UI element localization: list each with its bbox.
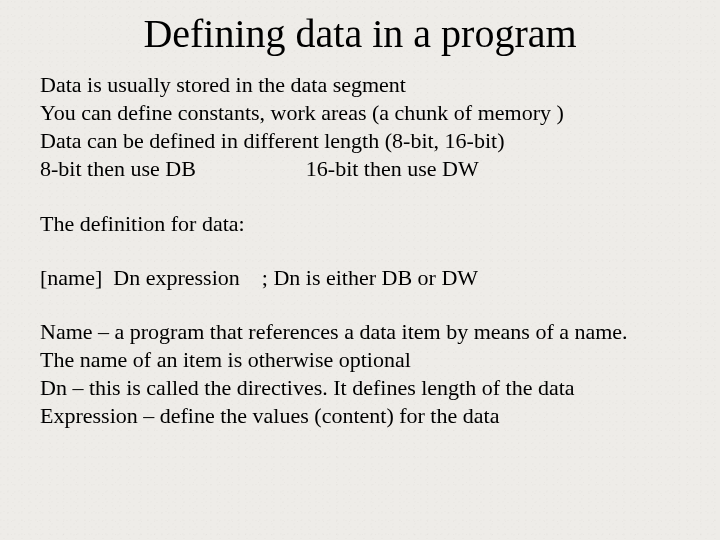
explanation-line: The name of an item is otherwise optiona… bbox=[40, 346, 680, 374]
slide-title: Defining data in a program bbox=[40, 10, 680, 57]
definition-heading: The definition for data: bbox=[40, 210, 680, 238]
explanation-block: Name – a program that references a data … bbox=[40, 318, 680, 431]
intro-line: 8-bit then use DB 16-bit then use DW bbox=[40, 155, 680, 183]
intro-line: You can define constants, work areas (a … bbox=[40, 99, 680, 127]
explanation-line: Dn – this is called the directives. It d… bbox=[40, 374, 680, 402]
explanation-line: Expression – define the values (content)… bbox=[40, 402, 680, 430]
definition-heading-block: The definition for data: bbox=[40, 210, 680, 238]
intro-line: Data is usually stored in the data segme… bbox=[40, 71, 680, 99]
explanation-line: Name – a program that references a data … bbox=[40, 318, 680, 346]
syntax-block: [name] Dn expression ; Dn is either DB o… bbox=[40, 264, 680, 292]
slide: Defining data in a program Data is usual… bbox=[0, 10, 720, 540]
syntax-line: [name] Dn expression ; Dn is either DB o… bbox=[40, 264, 680, 292]
intro-block: Data is usually stored in the data segme… bbox=[40, 71, 680, 184]
intro-line: Data can be defined in different length … bbox=[40, 127, 680, 155]
